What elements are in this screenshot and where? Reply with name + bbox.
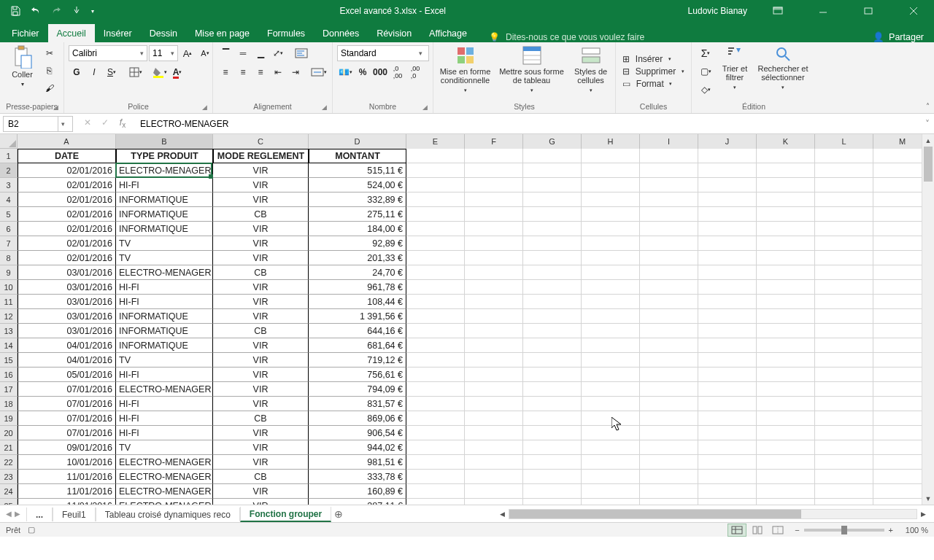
cell[interactable] (698, 163, 757, 178)
align-middle-icon[interactable]: ═ (235, 45, 251, 61)
cell[interactable] (523, 411, 582, 426)
sheet-tab-fonction-grouper[interactable]: Fonction grouper (240, 507, 331, 522)
fill-color-icon[interactable]: ▾ (152, 64, 168, 80)
align-top-icon[interactable]: ▔ (217, 45, 234, 61)
cell[interactable]: 332,89 € (309, 192, 406, 207)
cell[interactable] (757, 309, 815, 324)
cell[interactable]: TYPE PRODUIT (116, 149, 213, 163)
cell[interactable] (465, 455, 523, 470)
cell[interactable]: ELECTRO-MENAGER (116, 470, 213, 484)
tab-file[interactable]: Fichier (3, 24, 48, 42)
cell[interactable]: ELECTRO-MENAGER (116, 484, 213, 499)
save-icon[interactable] (6, 2, 25, 20)
cell[interactable] (523, 397, 582, 411)
cell[interactable]: 719,12 € (309, 353, 406, 368)
column-header-L[interactable]: L (815, 134, 873, 149)
launcher-icon[interactable]: ◢ (52, 104, 59, 111)
cell[interactable] (465, 338, 523, 353)
format-painter-icon[interactable]: 🖌 (42, 80, 58, 96)
cell[interactable] (815, 251, 873, 265)
view-normal-icon[interactable] (727, 524, 746, 537)
view-page-break-icon[interactable] (768, 524, 787, 537)
collapse-ribbon-icon[interactable]: ˄ (926, 102, 930, 110)
cell[interactable]: VIR (213, 455, 309, 470)
zoom-out-icon[interactable]: − (795, 526, 799, 534)
cell[interactable]: 524,00 € (309, 178, 406, 192)
tell-me-search[interactable]: 💡 Dites-nous ce que vous voulez faire (476, 32, 862, 42)
cell[interactable] (757, 338, 815, 353)
column-header-D[interactable]: D (309, 134, 406, 149)
cell[interactable] (640, 178, 698, 192)
cell[interactable]: ELECTRO-MENAGER (116, 499, 213, 505)
cell[interactable] (757, 353, 815, 368)
cell[interactable] (523, 455, 582, 470)
cell[interactable]: 09/01/2016 (18, 440, 116, 455)
tab-draw[interactable]: Dessin (141, 24, 186, 42)
cell[interactable] (757, 265, 815, 280)
cell[interactable] (757, 499, 815, 505)
cell[interactable] (406, 368, 465, 382)
cell[interactable] (406, 397, 465, 411)
row-header[interactable]: 1 (0, 149, 18, 163)
cell[interactable] (406, 251, 465, 265)
find-select-button[interactable]: Rechercher et sélectionner▾ (756, 45, 810, 92)
font-name-combo[interactable]: ▾ (69, 45, 147, 61)
cell[interactable] (698, 280, 757, 295)
cell[interactable] (406, 455, 465, 470)
autosum-icon[interactable]: Σ▾ (698, 45, 714, 61)
align-center-icon[interactable]: ≡ (235, 64, 251, 80)
cell[interactable]: VIR (213, 192, 309, 207)
cell[interactable]: 756,61 € (309, 368, 406, 382)
cell[interactable] (406, 207, 465, 222)
cell[interactable] (465, 324, 523, 338)
merge-center-icon[interactable]: ▾ (311, 64, 327, 80)
cell[interactable] (698, 178, 757, 192)
cell[interactable] (465, 382, 523, 397)
undo-icon[interactable] (26, 2, 45, 20)
fx-icon[interactable]: fx (117, 117, 128, 129)
cell[interactable]: ELECTRO-MENAGER (116, 382, 213, 397)
cell[interactable]: VIR (213, 295, 309, 309)
expand-formula-bar-icon[interactable]: ˅ (921, 119, 934, 129)
cell-styles-button[interactable]: Styles de cellules▾ (568, 45, 614, 95)
cell[interactable] (640, 280, 698, 295)
cell[interactable]: MODE REGLEMENT (213, 149, 309, 163)
cell[interactable] (757, 178, 815, 192)
cell[interactable] (523, 484, 582, 499)
cell[interactable] (523, 251, 582, 265)
cell[interactable]: 02/01/2016 (18, 192, 116, 207)
touch-mode-icon[interactable] (67, 2, 86, 20)
cell[interactable]: VIR (213, 280, 309, 295)
cell[interactable]: ELECTRO-MENAGER (116, 163, 213, 178)
cell[interactable] (815, 397, 873, 411)
cell[interactable] (406, 324, 465, 338)
cell[interactable]: 02/01/2016 (18, 207, 116, 222)
column-header-A[interactable]: A (18, 134, 116, 149)
cell[interactable] (815, 499, 873, 505)
cell[interactable] (815, 455, 873, 470)
redo-icon[interactable] (47, 2, 66, 20)
cell[interactable]: INFORMATIQUE (116, 338, 213, 353)
cell[interactable]: VIR (213, 426, 309, 440)
borders-icon[interactable]: ▾ (128, 64, 144, 80)
cell[interactable]: ELECTRO-MENAGER (116, 455, 213, 470)
column-header-J[interactable]: J (698, 134, 757, 149)
tab-insert[interactable]: Insérer (95, 24, 141, 42)
horizontal-scroll-thumb[interactable] (509, 510, 801, 518)
scroll-right-icon[interactable]: ▶ (917, 510, 930, 518)
share-button[interactable]: 👤 Partager (862, 31, 934, 42)
cell[interactable]: 387,11 € (309, 499, 406, 505)
cell[interactable]: 04/01/2016 (18, 338, 116, 353)
increase-indent-icon[interactable]: ⇥ (287, 64, 304, 80)
minimize-icon[interactable] (808, 0, 838, 22)
cell[interactable]: HI-FI (116, 411, 213, 426)
cell[interactable]: 201,33 € (309, 251, 406, 265)
copy-icon[interactable]: ⎘ (42, 63, 58, 79)
cell[interactable] (815, 411, 873, 426)
cell[interactable] (757, 426, 815, 440)
cell[interactable] (698, 368, 757, 382)
cell[interactable] (582, 499, 640, 505)
cell[interactable]: VIR (213, 251, 309, 265)
cell[interactable] (815, 222, 873, 236)
spreadsheet-grid[interactable]: ABCDEFGHIJKLM 1DATETYPE PRODUITMODE REGL… (0, 134, 934, 505)
